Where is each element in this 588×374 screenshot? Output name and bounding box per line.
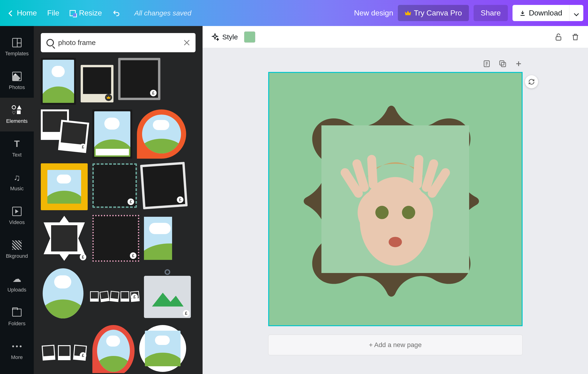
element-thumb[interactable]: £	[41, 215, 88, 262]
rail-label: Bkground	[6, 253, 28, 259]
share-label: Share	[481, 9, 501, 17]
element-thumb[interactable]: £	[41, 325, 88, 360]
svg-rect-0	[51, 225, 77, 251]
element-thumb[interactable]	[81, 65, 114, 102]
rail-music[interactable]: ♫ Music	[0, 165, 34, 199]
text-icon: T	[14, 139, 20, 149]
rail-label: Music	[10, 186, 23, 192]
paid-badge: £	[127, 198, 134, 205]
videos-icon	[12, 207, 21, 216]
duplicate-page-icon[interactable]	[499, 60, 507, 68]
chevron-down-icon	[575, 9, 578, 17]
lock-icon[interactable]	[554, 33, 563, 41]
resize-button[interactable]: Resize	[70, 9, 102, 17]
elements-panel: £ £ £ £ £ £ £	[34, 26, 203, 374]
add-page-icon[interactable]	[514, 60, 523, 68]
add-page-button[interactable]: + Add a new page	[268, 335, 523, 355]
uploads-icon: ☁	[12, 274, 21, 284]
download-label: Download	[529, 9, 562, 17]
svg-marker-1	[152, 293, 183, 307]
new-design-button[interactable]: New design	[354, 9, 393, 17]
notes-icon[interactable]	[483, 60, 491, 68]
rail-templates[interactable]: Templates	[0, 30, 34, 64]
element-thumb[interactable]	[92, 325, 135, 373]
paid-badge: £	[150, 90, 157, 96]
element-thumb[interactable]: £	[92, 163, 137, 208]
element-thumb[interactable]	[41, 266, 85, 320]
color-swatch[interactable]	[244, 31, 255, 43]
undo-icon	[112, 9, 120, 17]
share-button[interactable]: Share	[473, 5, 508, 21]
rail-videos[interactable]: Videos	[0, 199, 34, 233]
element-thumb[interactable]	[92, 109, 132, 159]
clear-search-button[interactable]	[183, 39, 190, 46]
rail-label: Text	[12, 152, 21, 158]
photo-content[interactable]	[321, 125, 469, 273]
paid-badge: £	[80, 254, 86, 260]
paid-badge: £	[80, 144, 86, 150]
photos-icon	[12, 72, 21, 81]
canvas-wrap	[268, 72, 523, 326]
regenerate-button[interactable]	[525, 75, 538, 88]
rail-label: Elements	[6, 118, 28, 124]
element-thumb[interactable]	[137, 109, 186, 159]
svg-rect-4	[500, 61, 504, 65]
search-icon	[46, 39, 54, 46]
resize-label: Resize	[79, 9, 102, 17]
topbar-right: New design Try Canva Pro Share Download	[354, 5, 583, 21]
download-icon	[520, 10, 526, 16]
canvas-page[interactable]	[268, 72, 523, 326]
element-thumb[interactable]	[41, 58, 76, 105]
element-thumb[interactable]: £	[90, 285, 139, 301]
element-thumb[interactable]: £	[92, 215, 139, 262]
rail-label: Photos	[9, 84, 25, 91]
resize-icon	[70, 10, 76, 16]
page-actions	[268, 60, 523, 68]
undo-button[interactable]	[112, 9, 120, 17]
pro-badge	[105, 94, 112, 101]
file-button[interactable]: File	[47, 9, 59, 17]
rail-folders[interactable]: Folders	[0, 300, 34, 334]
background-icon	[12, 240, 21, 250]
search-bar	[41, 33, 196, 52]
chevron-left-icon	[9, 9, 14, 17]
try-pro-label: Try Canva Pro	[414, 9, 462, 17]
crown-icon	[405, 10, 411, 16]
style-label: Style	[222, 33, 238, 41]
add-page-label: + Add a new page	[369, 341, 422, 349]
file-label: File	[47, 9, 59, 17]
home-label: Home	[17, 9, 37, 17]
element-thumb[interactable]: £	[144, 276, 191, 318]
canvas-area[interactable]: + Add a new page	[203, 48, 588, 374]
rail-more[interactable]: More	[0, 334, 34, 368]
download-button[interactable]: Download	[513, 5, 569, 21]
new-design-label: New design	[354, 9, 393, 17]
style-button[interactable]: Style	[211, 33, 238, 41]
search-input[interactable]	[58, 39, 179, 47]
svg-point-12	[389, 237, 402, 247]
paid-badge: £	[130, 252, 136, 259]
element-thumb[interactable]	[144, 215, 172, 262]
element-thumb[interactable]	[139, 325, 186, 372]
download-caret-button[interactable]	[569, 5, 583, 21]
rail-uploads[interactable]: ☁ Uploads	[0, 266, 34, 300]
rail-label: Uploads	[8, 287, 26, 293]
refresh-icon	[528, 79, 535, 85]
rail-elements[interactable]: ♡ Elements	[0, 98, 34, 132]
element-thumb[interactable]: £	[118, 58, 160, 100]
save-status: All changes saved	[120, 9, 354, 17]
try-pro-button[interactable]: Try Canva Pro	[398, 5, 469, 21]
rail-bkground[interactable]: Bkground	[0, 233, 34, 266]
rail-label: Templates	[5, 51, 29, 57]
element-thumb[interactable]	[41, 163, 88, 210]
folders-icon	[12, 309, 21, 317]
home-button[interactable]: Home	[9, 9, 37, 17]
trash-icon[interactable]	[571, 33, 579, 41]
rail-text[interactable]: T Text	[0, 132, 34, 165]
element-thumb[interactable]: £	[41, 109, 88, 152]
element-thumb[interactable]: £	[140, 162, 188, 209]
paid-badge: £	[177, 196, 184, 203]
results-grid: £ £ £ £ £ £ £	[41, 58, 196, 373]
side-rail: Templates Photos ♡ Elements T Text ♫ Mus…	[0, 26, 34, 374]
rail-photos[interactable]: Photos	[0, 64, 34, 98]
